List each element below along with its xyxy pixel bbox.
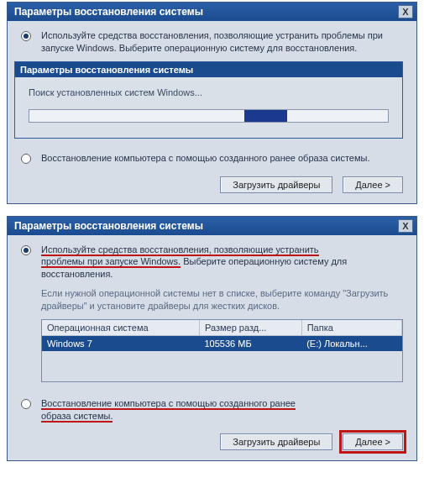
cell-size: 105536 МБ bbox=[199, 335, 301, 351]
next-button[interactable]: Далее > bbox=[343, 176, 403, 193]
title-text: Параметры восстановления системы bbox=[14, 220, 203, 232]
cell-folder: (E:) Локальн... bbox=[301, 335, 401, 351]
option-use-tools[interactable]: Используйте средства восстановления, поз… bbox=[21, 29, 403, 55]
title-text: Параметры восстановления системы bbox=[14, 6, 203, 18]
option-use-tools[interactable]: Используйте средства восстановления, поз… bbox=[21, 244, 403, 281]
load-drivers-button[interactable]: Загрузить драйверы bbox=[220, 433, 332, 450]
close-icon[interactable]: X bbox=[398, 219, 413, 233]
table-header-row: Операционная система Размер разд... Папк… bbox=[42, 320, 402, 336]
table-row[interactable] bbox=[42, 351, 402, 366]
progress-fill bbox=[244, 110, 287, 122]
radio-icon[interactable] bbox=[21, 154, 31, 164]
option-image-restore[interactable]: Восстановление компьютера с помощью созд… bbox=[21, 152, 403, 165]
dialog-recovery-options-2: Параметры восстановления системы X Испол… bbox=[7, 216, 417, 462]
radio-icon[interactable] bbox=[21, 31, 31, 41]
hint-text: Если нужной операционной системы нет в с… bbox=[41, 287, 403, 312]
radio-icon[interactable] bbox=[21, 245, 31, 255]
option-use-tools-label: Используйте средства восстановления, поз… bbox=[41, 29, 403, 55]
progress-label: Поиск установленных систем Windows... bbox=[29, 87, 389, 97]
next-button[interactable]: Далее > bbox=[343, 433, 403, 450]
progress-dialog: Параметры восстановления системы Поиск у… bbox=[14, 61, 403, 139]
col-folder[interactable]: Папка bbox=[301, 320, 401, 336]
progress-bar bbox=[29, 109, 389, 123]
option-image-restore-label: Восстановление компьютера с помощью созд… bbox=[41, 397, 296, 423]
table-row[interactable]: Windows 7 105536 МБ (E:) Локальн... bbox=[42, 335, 402, 351]
cell-os: Windows 7 bbox=[42, 335, 199, 351]
os-table: Операционная система Размер разд... Папк… bbox=[41, 319, 403, 382]
titlebar-2: Параметры восстановления системы X bbox=[8, 217, 416, 235]
progress-title: Параметры восстановления системы bbox=[15, 62, 402, 77]
option-use-tools-label: Используйте средства восстановления, поз… bbox=[41, 244, 403, 281]
col-os[interactable]: Операционная система bbox=[42, 320, 199, 336]
close-icon[interactable]: X bbox=[398, 5, 413, 18]
table-row[interactable] bbox=[42, 366, 402, 381]
titlebar-1: Параметры восстановления системы X bbox=[8, 3, 416, 21]
option-image-restore[interactable]: Восстановление компьютера с помощью созд… bbox=[21, 397, 403, 423]
dialog-recovery-options-1: Параметры восстановления системы X Испол… bbox=[7, 2, 417, 204]
load-drivers-button[interactable]: Загрузить драйверы bbox=[220, 176, 332, 193]
col-size[interactable]: Размер разд... bbox=[199, 320, 301, 336]
radio-icon[interactable] bbox=[21, 399, 31, 409]
option-image-restore-label: Восстановление компьютера с помощью созд… bbox=[41, 152, 369, 165]
